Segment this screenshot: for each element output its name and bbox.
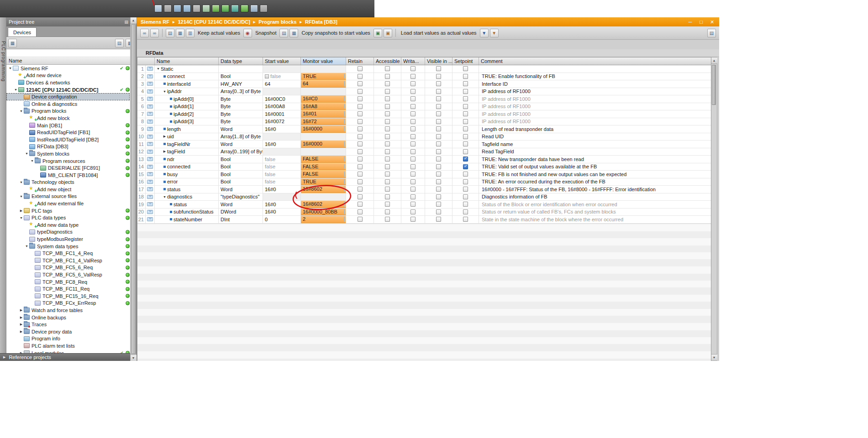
variable-name-cell[interactable]: ▼ diagnostics	[155, 193, 219, 201]
data-type-cell[interactable]: Word	[219, 201, 263, 208]
comment-cell[interactable]: Status of the Block or error identificat…	[479, 201, 617, 208]
visible-checkbox[interactable]	[436, 194, 441, 199]
snapshot-button[interactable]: Snapshot	[253, 30, 278, 36]
monitor-value-cell[interactable]: 16#0000	[301, 141, 346, 148]
expand-arrow-icon[interactable]: ▶	[19, 330, 24, 334]
monitor-value-cell[interactable]: 16#0000_80BB	[301, 209, 346, 216]
expand-arrow-icon[interactable]: ▶	[19, 209, 24, 213]
tree-item[interactable]: TCP_MB_FC5_6_ValResp	[6, 271, 130, 278]
monitor-value-cell[interactable]: 16#01	[301, 110, 346, 118]
comment-cell[interactable]: Length of read transponder data	[479, 125, 553, 133]
data-type-cell[interactable]: Word	[219, 125, 263, 133]
visible-checkbox[interactable]	[436, 172, 441, 177]
tree-item[interactable]: TCP_MB_FC8_Req	[6, 278, 130, 286]
header-data-type[interactable]: Data type	[219, 57, 263, 65]
expand-arrow-icon[interactable]: ▼	[19, 110, 24, 113]
expand-arrow-icon[interactable]	[168, 105, 174, 108]
data-type-cell[interactable]: Bool	[219, 163, 263, 171]
table-row[interactable]: 20 subfunctionStatus DWord 16#0 16#0000_…	[137, 209, 711, 216]
start-value-cell[interactable]: false	[263, 171, 301, 178]
setpoint-checkbox[interactable]	[463, 187, 468, 192]
pin-panel-icon[interactable]: ▤	[125, 20, 129, 24]
retain-checkbox[interactable]	[358, 141, 363, 146]
expand-arrow-icon[interactable]: ▼	[162, 195, 167, 198]
detail-view-icon[interactable]: ▤	[707, 29, 716, 37]
variable-name-cell[interactable]: ▼ ipAddr	[155, 88, 219, 95]
comment-cell[interactable]: TRUE: FB is not finished and new output …	[479, 171, 626, 178]
comment-cell[interactable]: IP address of RF1000	[479, 118, 531, 125]
writable-checkbox[interactable]	[410, 172, 416, 177]
data-type-cell[interactable]: Byte	[219, 95, 263, 103]
tree-item[interactable]: ▶ PLC tags	[6, 207, 130, 214]
table-row[interactable]: 4 ▼ ipAddr Array[0..3] of Byte IP addres…	[137, 88, 711, 96]
table-row[interactable]: 6 ipAddr[1] Byte 16#00A8 16#A8 IP addres…	[137, 103, 711, 111]
expand-arrow-icon[interactable]	[168, 113, 174, 115]
accessible-checkbox[interactable]	[385, 119, 390, 124]
setpoint-checkbox[interactable]	[463, 179, 468, 184]
tree-item[interactable]: ▶ Local modules ✔	[6, 349, 130, 353]
variable-name-cell[interactable]: length	[155, 125, 219, 133]
start-value-cell[interactable]: 0	[263, 216, 301, 223]
data-type-cell[interactable]: DWord	[219, 209, 263, 216]
accessible-checkbox[interactable]	[385, 104, 390, 109]
expand-arrow-icon[interactable]	[168, 98, 174, 100]
accessible-checkbox[interactable]	[385, 217, 390, 222]
tree-item[interactable]: ▶ Device proxy data	[6, 328, 130, 335]
scroll-up-icon[interactable]: ▲	[711, 57, 717, 64]
accessible-checkbox[interactable]	[385, 187, 390, 192]
monitor-value-cell[interactable]	[301, 65, 346, 73]
variable-name-cell[interactable]: ▶ tagField	[155, 148, 219, 156]
variable-name-cell[interactable]: connected	[155, 163, 219, 171]
comment-cell[interactable]: Interface ID	[479, 80, 508, 88]
accessible-checkbox[interactable]	[385, 111, 390, 116]
monitor-value-cell[interactable]	[301, 88, 346, 95]
comment-cell[interactable]: TRUE: An error occurred during the execu…	[479, 178, 605, 186]
visible-checkbox[interactable]	[436, 81, 441, 86]
setpoint-checkbox[interactable]	[463, 89, 468, 94]
toolbar-icon[interactable]	[183, 5, 191, 12]
start-value-cell[interactable]	[263, 88, 301, 95]
table-row[interactable]: 12 ▶ tagField Array[0..199] of Byte Read…	[137, 148, 711, 156]
breadcrumb-project[interactable]: Siemens RF	[141, 19, 169, 25]
copy-snapshots-button[interactable]: Copy snapshots to start values	[300, 30, 372, 36]
monitor-value-cell[interactable]: 16#C0	[301, 95, 346, 103]
visible-checkbox[interactable]	[436, 111, 441, 116]
monitor-value-cell[interactable]: FALSE	[301, 156, 346, 163]
retain-checkbox[interactable]	[358, 209, 363, 214]
minimize-icon[interactable]: ─	[687, 19, 694, 25]
accessible-checkbox[interactable]	[385, 81, 390, 86]
visible-checkbox[interactable]	[436, 104, 441, 109]
table-scrollbar[interactable]: ▲ ▼	[711, 57, 717, 361]
expand-arrow-icon[interactable]	[168, 203, 174, 205]
expand-arrow-icon[interactable]: ▼	[162, 90, 167, 93]
expand-arrow-icon[interactable]	[162, 75, 167, 78]
variable-name-cell[interactable]: error	[155, 178, 219, 186]
retain-checkbox[interactable]	[358, 126, 363, 131]
data-type-cell[interactable]: Bool	[219, 156, 263, 163]
setpoint-checkbox[interactable]	[463, 111, 468, 116]
comment-cell[interactable]: IP address of RF1000	[479, 110, 531, 118]
expand-arrow-icon[interactable]	[162, 166, 167, 168]
retain-checkbox[interactable]	[358, 119, 363, 124]
tree-item[interactable]: TCP_MB_FC1_4_ValResp	[6, 257, 130, 264]
expand-arrow-icon[interactable]	[162, 181, 167, 183]
data-type-cell[interactable]: Array[0..3] of Byte	[219, 88, 263, 95]
expand-arrow-icon[interactable]: ▼	[13, 88, 18, 91]
accessible-checkbox[interactable]	[385, 149, 390, 154]
tree-item[interactable]: ▼ Siemens RF ✔	[6, 65, 130, 72]
tree-item[interactable]: typeModbusRegister	[6, 235, 130, 243]
setpoint-checkbox[interactable]	[463, 104, 468, 109]
visible-checkbox[interactable]	[436, 179, 441, 184]
setpoint-checkbox[interactable]	[463, 202, 468, 207]
setpoint-checkbox[interactable]	[463, 96, 468, 101]
tree-item[interactable]: Add new object	[6, 186, 130, 193]
visible-checkbox[interactable]	[436, 149, 441, 154]
expand-arrow-icon[interactable]: ▶	[19, 316, 24, 319]
variable-name-cell[interactable]: status	[155, 201, 219, 208]
data-type-cell[interactable]: Word	[219, 141, 263, 148]
close-icon[interactable]: ✕	[709, 19, 715, 25]
toolbar-icon[interactable]	[174, 5, 181, 12]
tree-item[interactable]: ▶ Traces	[6, 321, 130, 328]
reset-start-values-icon[interactable]: ▥	[186, 29, 195, 37]
comment-cell[interactable]: TRUE: Valid set of output values availab…	[479, 163, 597, 171]
